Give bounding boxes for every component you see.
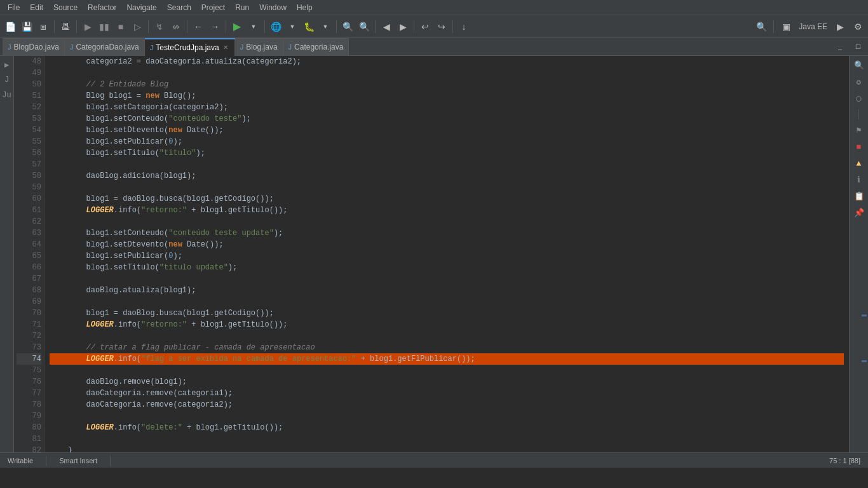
- right-btn-circle[interactable]: ◯: [852, 92, 866, 105]
- print-button[interactable]: 🖶: [58, 19, 73, 34]
- tab-categoriadao-icon: J: [70, 43, 74, 51]
- code-lines[interactable]: categoria2 = daoCategoria.atualiza(categ…: [44, 56, 849, 452]
- search-bar-btn[interactable]: 🔍: [754, 19, 769, 34]
- menu-navigate[interactable]: Navigate: [121, 2, 161, 13]
- perspective-settings[interactable]: ⚙: [850, 19, 865, 34]
- server-btn[interactable]: 🌐: [268, 19, 283, 34]
- tab-blog-icon: J: [240, 43, 244, 51]
- left-btn-2[interactable]: J: [1, 74, 13, 86]
- new-button[interactable]: 📄: [3, 19, 18, 34]
- perspective-switch[interactable]: ▶: [832, 19, 848, 34]
- save-all-button[interactable]: 🗉: [36, 19, 51, 34]
- menu-project[interactable]: Project: [196, 2, 230, 13]
- right-btn-bookmark[interactable]: ⚑: [852, 123, 866, 137]
- stop-btn[interactable]: ■: [113, 19, 128, 34]
- scroll-indicator-2: [862, 360, 867, 362]
- code-line-52: blog1.setCategoria(categoria2);: [50, 102, 844, 113]
- run-btn[interactable]: ▶: [80, 19, 95, 34]
- right-btn-error[interactable]: ■: [852, 140, 866, 154]
- right-btn-warning[interactable]: ▲: [852, 156, 866, 170]
- code-content: 4849505152535455565758596061626364656667…: [14, 56, 849, 452]
- sep6: [264, 20, 265, 33]
- nav-back[interactable]: ◀: [379, 19, 394, 34]
- debug2-drop[interactable]: ▼: [318, 19, 333, 34]
- menu-source[interactable]: Source: [48, 2, 83, 13]
- menu-search[interactable]: Search: [162, 2, 196, 13]
- step-into[interactable]: ↯: [152, 19, 167, 34]
- code-line-50: // 2 Entidade Blog: [50, 79, 844, 90]
- run-green[interactable]: ▶: [229, 19, 245, 34]
- code-line-51: Blog blog1 = new Blog();: [50, 90, 844, 102]
- code-line-69: [50, 296, 844, 308]
- line-number-77: 77: [17, 388, 41, 399]
- code-line-82: }: [50, 445, 844, 452]
- undo[interactable]: ↩: [417, 19, 433, 34]
- right-btn-info[interactable]: ℹ: [852, 173, 866, 187]
- menu-help[interactable]: Help: [292, 2, 318, 13]
- open-type[interactable]: 🔍: [340, 19, 355, 34]
- tab-categoria[interactable]: J Categoria.java: [283, 38, 349, 56]
- tabs-bar: J BlogDao.java J CategoriaDao.java J Tes…: [0, 38, 868, 56]
- line-number-65: 65: [17, 250, 41, 262]
- minimize-editor[interactable]: ⎯: [832, 39, 848, 55]
- left-btn-1[interactable]: ▶: [1, 58, 13, 71]
- code-line-61: LOGGER.info("retorno:" + blog1.getTitulo…: [50, 205, 844, 216]
- sep5: [226, 20, 226, 33]
- prev-edit[interactable]: ←: [191, 19, 206, 34]
- line-number-79: 79: [17, 410, 41, 422]
- next-annot[interactable]: ↓: [456, 19, 471, 34]
- menu-edit[interactable]: Edit: [25, 2, 48, 13]
- redo[interactable]: ↪: [434, 19, 449, 34]
- right-btn-task[interactable]: 📋: [852, 189, 866, 203]
- run-drop[interactable]: ▼: [246, 19, 261, 34]
- status-writable: Writable: [5, 457, 36, 464]
- code-line-65: blog1.setPublicar(0);: [50, 250, 844, 262]
- menu-window[interactable]: Window: [254, 2, 292, 13]
- search-btn[interactable]: 🔍: [356, 19, 372, 34]
- code-line-59: [50, 182, 844, 193]
- menubar: File Edit Source Refactor Navigate Searc…: [0, 0, 868, 15]
- line-number-75: 75: [17, 365, 41, 376]
- right-btn-star[interactable]: ✪: [852, 75, 866, 89]
- code-line-67: [50, 273, 844, 285]
- maximize-editor[interactable]: ☐: [850, 39, 865, 55]
- tab-blog[interactable]: J Blog.java: [235, 38, 283, 56]
- main-layout: ▶ J Ju 484950515253545556575859606162636…: [0, 56, 868, 452]
- sep4: [187, 20, 187, 33]
- menu-run[interactable]: Run: [230, 2, 254, 13]
- line-number-82: 82: [17, 445, 41, 452]
- step-over[interactable]: ↮: [168, 19, 184, 34]
- tab-categoriadao[interactable]: J CategoriaDao.java: [65, 38, 145, 56]
- save-button[interactable]: 💾: [19, 19, 34, 34]
- line-number-81: 81: [17, 433, 41, 445]
- tab-testecrud-close[interactable]: ✕: [222, 44, 229, 51]
- left-btn-3[interactable]: Ju: [1, 89, 13, 102]
- sep10: [452, 20, 453, 33]
- right-btn-search[interactable]: 🔍: [852, 58, 866, 72]
- code-editor: 4849505152535455565758596061626364656667…: [14, 56, 849, 452]
- tab-testecrud-label: TesteCrudJpa.java: [156, 43, 219, 52]
- line-number-74: 74: [17, 353, 41, 365]
- menu-file[interactable]: File: [3, 2, 25, 13]
- status-smart-insert: Smart Insert: [57, 457, 100, 464]
- right-btn-pin[interactable]: 📌: [852, 206, 866, 220]
- code-line-55: blog1.setPublicar(0);: [50, 136, 844, 147]
- line-number-63: 63: [17, 227, 41, 239]
- tab-blogdao[interactable]: J BlogDao.java: [3, 38, 65, 56]
- nav-fwd[interactable]: ▶: [395, 19, 410, 34]
- menu-refactor[interactable]: Refactor: [83, 2, 121, 13]
- line-number-52: 52: [17, 102, 41, 113]
- line-number-73: 73: [17, 342, 41, 353]
- server-drop[interactable]: ▼: [285, 19, 300, 34]
- perspective-label: Java EE: [796, 22, 830, 31]
- debug2-btn[interactable]: 🐛: [301, 19, 316, 34]
- line-number-66: 66: [17, 262, 41, 273]
- next-edit[interactable]: →: [207, 19, 222, 34]
- debug-btn[interactable]: ▷: [130, 19, 145, 34]
- line-number-80: 80: [17, 422, 41, 433]
- pause-btn[interactable]: ▮▮: [97, 19, 112, 34]
- line-number-56: 56: [17, 147, 41, 159]
- tab-categoriadao-label: CategoriaDao.java: [76, 43, 139, 51]
- tab-testecrud[interactable]: J TesteCrudJpa.java ✕: [145, 38, 235, 56]
- perspective-icon[interactable]: ▣: [778, 19, 794, 34]
